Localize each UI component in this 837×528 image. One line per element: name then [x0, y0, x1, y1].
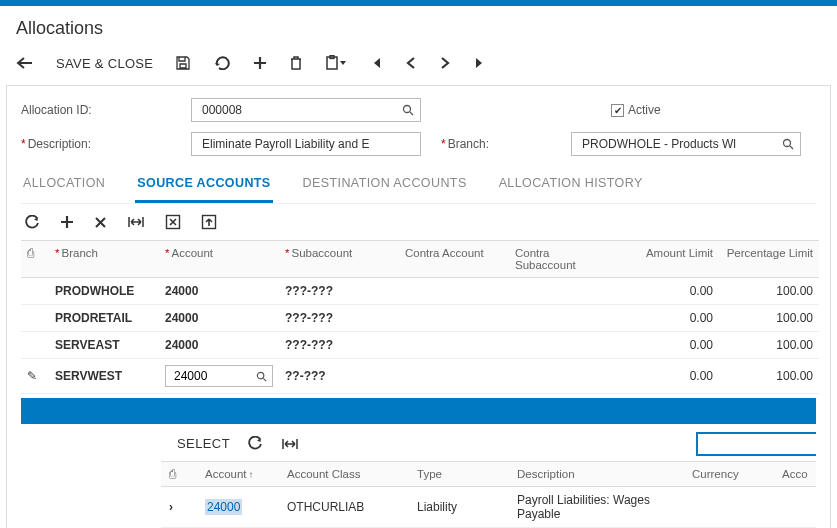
tab-allocation[interactable]: ALLOCATION	[21, 166, 107, 203]
col-account-class[interactable]: Account Class	[279, 462, 409, 487]
save-icon[interactable]	[175, 55, 191, 71]
page-title: Allocations	[0, 6, 837, 49]
description-label: *Description:	[21, 137, 191, 151]
lookup-search-input[interactable]	[704, 436, 810, 452]
back-icon[interactable]	[16, 56, 34, 70]
tab-bar: ALLOCATION SOURCE ACCOUNTS DESTINATION A…	[21, 166, 816, 204]
col-percentage-limit[interactable]: Percentage Limit	[719, 241, 819, 278]
col-subaccount[interactable]: *Subaccount	[279, 241, 399, 278]
table-row[interactable]: SERVEAST 24000 ???-??? 0.00 100.00	[21, 332, 819, 359]
last-record-icon[interactable]	[473, 56, 487, 70]
edit-row-marker-icon: ✎	[21, 359, 35, 394]
lookup-icon[interactable]	[254, 371, 269, 382]
col-contra-subaccount[interactable]: Contra Subaccount	[509, 241, 619, 278]
svg-point-8	[257, 372, 263, 378]
next-record-icon[interactable]	[439, 56, 451, 70]
account-value-selected: 24000	[205, 499, 242, 515]
clipboard-dropdown-icon[interactable]	[325, 55, 347, 71]
table-row-active[interactable]: ✎ SERVWEST ??-??? 0.00 100.00	[21, 359, 819, 394]
table-row[interactable]: PRODRETAIL 24000 ???-??? 0.00 100.00	[21, 305, 819, 332]
description-field[interactable]	[191, 132, 421, 156]
lookup-icon[interactable]	[400, 104, 416, 116]
export-excel-icon[interactable]	[165, 214, 181, 230]
grid-settings-icon[interactable]: ⎙	[161, 462, 179, 487]
allocation-id-label: Allocation ID:	[21, 103, 191, 117]
tab-allocation-history[interactable]: ALLOCATION HISTORY	[497, 166, 645, 203]
col-contra-account[interactable]: Contra Account	[399, 241, 509, 278]
col-amount-limit[interactable]: Amount Limit	[619, 241, 719, 278]
refresh-icon[interactable]	[25, 215, 40, 230]
fit-columns-icon[interactable]	[281, 437, 299, 451]
undo-icon[interactable]	[213, 56, 231, 70]
branch-input[interactable]	[580, 136, 780, 152]
prev-record-icon[interactable]	[405, 56, 417, 70]
svg-line-5	[790, 146, 793, 149]
lookup-grid: ⎙ Account↑ Account Class Type Descriptio…	[161, 461, 816, 528]
refresh-icon[interactable]	[248, 436, 263, 451]
grid-toolbar	[21, 204, 816, 240]
delete-row-icon[interactable]	[94, 216, 107, 229]
add-icon[interactable]	[253, 56, 267, 70]
col-account[interactable]: *Account	[159, 241, 279, 278]
tab-source-accounts[interactable]: SOURCE ACCOUNTS	[135, 166, 272, 203]
lookup-icon[interactable]	[780, 138, 796, 150]
allocation-id-field[interactable]	[191, 98, 421, 122]
grid-settings-icon[interactable]: ⎙	[21, 241, 35, 278]
add-row-icon[interactable]	[60, 215, 74, 229]
table-row[interactable]: PRODWHOLE 24000 ???-??? 0.00 100.00	[21, 278, 819, 305]
allocation-id-input[interactable]	[200, 102, 400, 118]
col-type[interactable]: Type	[409, 462, 509, 487]
svg-point-4	[784, 140, 791, 147]
col-currency[interactable]: Currency	[684, 462, 774, 487]
lookup-panel-header	[21, 398, 816, 424]
first-record-icon[interactable]	[369, 56, 383, 70]
form-panel: Allocation ID: ✔ Active *Description: *B…	[6, 85, 831, 528]
row-selector-icon[interactable]: ›	[161, 487, 179, 528]
svg-line-3	[410, 112, 413, 115]
col-branch[interactable]: *Branch	[49, 241, 159, 278]
fit-columns-icon[interactable]	[127, 215, 145, 229]
account-cell-editor[interactable]	[165, 365, 273, 387]
lookup-row[interactable]: › 24000 OTHCURLIAB Liability Payroll Lia…	[161, 487, 816, 528]
delete-icon[interactable]	[289, 55, 303, 71]
branch-label: *Branch:	[441, 137, 571, 151]
lookup-search-field[interactable]	[696, 432, 816, 456]
svg-line-9	[263, 378, 266, 381]
active-label: Active	[628, 103, 661, 117]
select-button[interactable]: SELECT	[177, 436, 230, 451]
sort-asc-icon: ↑	[249, 469, 254, 480]
account-lookup-panel: SELECT ⎙ Account↑ Acco	[161, 424, 816, 528]
source-accounts-grid: ⎙ *Branch *Account *Subaccount Contra Ac…	[21, 240, 819, 394]
main-toolbar: SAVE & CLOSE	[0, 49, 837, 85]
branch-field[interactable]	[571, 132, 801, 156]
col-acco[interactable]: Acco	[774, 462, 816, 487]
col-description[interactable]: Description	[509, 462, 684, 487]
import-icon[interactable]	[201, 214, 217, 230]
col-account[interactable]: Account↑	[197, 462, 279, 487]
save-and-close-button[interactable]: SAVE & CLOSE	[56, 56, 153, 71]
checkbox-icon: ✔	[611, 104, 624, 117]
active-checkbox[interactable]: ✔ Active	[611, 103, 661, 117]
description-input[interactable]	[200, 136, 416, 152]
svg-point-2	[404, 106, 411, 113]
tab-destination-accounts[interactable]: DESTINATION ACCOUNTS	[301, 166, 469, 203]
